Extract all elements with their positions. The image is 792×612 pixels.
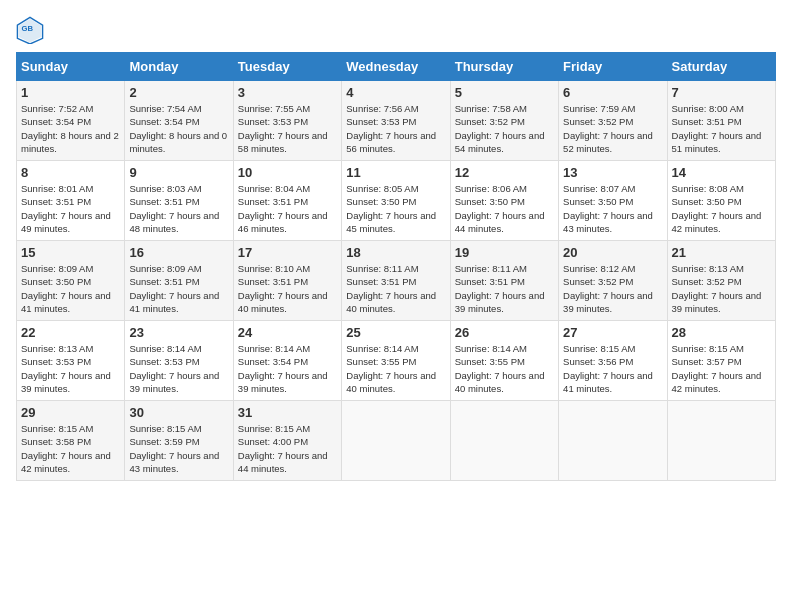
day-info: Sunrise: 8:08 AMSunset: 3:50 PMDaylight:…: [672, 182, 771, 235]
page-header: GB: [16, 16, 776, 44]
day-cell: 3 Sunrise: 7:55 AMSunset: 3:53 PMDayligh…: [233, 81, 341, 161]
day-info: Sunrise: 7:52 AMSunset: 3:54 PMDaylight:…: [21, 102, 120, 155]
day-number: 28: [672, 325, 771, 340]
day-cell: [667, 401, 775, 481]
logo: GB: [16, 16, 48, 44]
day-info: Sunrise: 8:04 AMSunset: 3:51 PMDaylight:…: [238, 182, 337, 235]
day-info: Sunrise: 8:15 AMSunset: 3:56 PMDaylight:…: [563, 342, 662, 395]
day-number: 30: [129, 405, 228, 420]
day-cell: 9 Sunrise: 8:03 AMSunset: 3:51 PMDayligh…: [125, 161, 233, 241]
day-cell: 22 Sunrise: 8:13 AMSunset: 3:53 PMDaylig…: [17, 321, 125, 401]
day-info: Sunrise: 8:15 AMSunset: 3:58 PMDaylight:…: [21, 422, 120, 475]
header-tuesday: Tuesday: [233, 53, 341, 81]
day-number: 25: [346, 325, 445, 340]
calendar-header: SundayMondayTuesdayWednesdayThursdayFrid…: [17, 53, 776, 81]
day-number: 17: [238, 245, 337, 260]
day-cell: 17 Sunrise: 8:10 AMSunset: 3:51 PMDaylig…: [233, 241, 341, 321]
header-row: SundayMondayTuesdayWednesdayThursdayFrid…: [17, 53, 776, 81]
day-info: Sunrise: 8:06 AMSunset: 3:50 PMDaylight:…: [455, 182, 554, 235]
day-cell: 29 Sunrise: 8:15 AMSunset: 3:58 PMDaylig…: [17, 401, 125, 481]
day-info: Sunrise: 7:58 AMSunset: 3:52 PMDaylight:…: [455, 102, 554, 155]
day-number: 8: [21, 165, 120, 180]
day-info: Sunrise: 8:09 AMSunset: 3:50 PMDaylight:…: [21, 262, 120, 315]
day-info: Sunrise: 8:15 AMSunset: 3:57 PMDaylight:…: [672, 342, 771, 395]
day-number: 14: [672, 165, 771, 180]
day-info: Sunrise: 8:07 AMSunset: 3:50 PMDaylight:…: [563, 182, 662, 235]
day-number: 10: [238, 165, 337, 180]
day-number: 6: [563, 85, 662, 100]
day-cell: 15 Sunrise: 8:09 AMSunset: 3:50 PMDaylig…: [17, 241, 125, 321]
day-cell: 4 Sunrise: 7:56 AMSunset: 3:53 PMDayligh…: [342, 81, 450, 161]
day-cell: 14 Sunrise: 8:08 AMSunset: 3:50 PMDaylig…: [667, 161, 775, 241]
week-row-5: 29 Sunrise: 8:15 AMSunset: 3:58 PMDaylig…: [17, 401, 776, 481]
day-cell: 27 Sunrise: 8:15 AMSunset: 3:56 PMDaylig…: [559, 321, 667, 401]
day-number: 15: [21, 245, 120, 260]
day-info: Sunrise: 8:11 AMSunset: 3:51 PMDaylight:…: [455, 262, 554, 315]
day-number: 19: [455, 245, 554, 260]
day-info: Sunrise: 8:05 AMSunset: 3:50 PMDaylight:…: [346, 182, 445, 235]
day-cell: [559, 401, 667, 481]
day-info: Sunrise: 7:55 AMSunset: 3:53 PMDaylight:…: [238, 102, 337, 155]
calendar-body: 1 Sunrise: 7:52 AMSunset: 3:54 PMDayligh…: [17, 81, 776, 481]
day-cell: 16 Sunrise: 8:09 AMSunset: 3:51 PMDaylig…: [125, 241, 233, 321]
day-number: 31: [238, 405, 337, 420]
day-info: Sunrise: 8:13 AMSunset: 3:53 PMDaylight:…: [21, 342, 120, 395]
day-info: Sunrise: 8:01 AMSunset: 3:51 PMDaylight:…: [21, 182, 120, 235]
day-cell: 6 Sunrise: 7:59 AMSunset: 3:52 PMDayligh…: [559, 81, 667, 161]
day-info: Sunrise: 8:15 AMSunset: 4:00 PMDaylight:…: [238, 422, 337, 475]
day-cell: 18 Sunrise: 8:11 AMSunset: 3:51 PMDaylig…: [342, 241, 450, 321]
day-cell: 13 Sunrise: 8:07 AMSunset: 3:50 PMDaylig…: [559, 161, 667, 241]
day-cell: 30 Sunrise: 8:15 AMSunset: 3:59 PMDaylig…: [125, 401, 233, 481]
header-saturday: Saturday: [667, 53, 775, 81]
day-info: Sunrise: 8:14 AMSunset: 3:55 PMDaylight:…: [346, 342, 445, 395]
day-info: Sunrise: 8:14 AMSunset: 3:54 PMDaylight:…: [238, 342, 337, 395]
week-row-1: 1 Sunrise: 7:52 AMSunset: 3:54 PMDayligh…: [17, 81, 776, 161]
day-cell: 23 Sunrise: 8:14 AMSunset: 3:53 PMDaylig…: [125, 321, 233, 401]
day-info: Sunrise: 8:15 AMSunset: 3:59 PMDaylight:…: [129, 422, 228, 475]
day-info: Sunrise: 8:00 AMSunset: 3:51 PMDaylight:…: [672, 102, 771, 155]
day-number: 26: [455, 325, 554, 340]
svg-text:GB: GB: [22, 24, 34, 33]
day-cell: 19 Sunrise: 8:11 AMSunset: 3:51 PMDaylig…: [450, 241, 558, 321]
week-row-2: 8 Sunrise: 8:01 AMSunset: 3:51 PMDayligh…: [17, 161, 776, 241]
day-number: 22: [21, 325, 120, 340]
day-number: 12: [455, 165, 554, 180]
day-cell: [450, 401, 558, 481]
day-cell: 25 Sunrise: 8:14 AMSunset: 3:55 PMDaylig…: [342, 321, 450, 401]
day-number: 18: [346, 245, 445, 260]
day-number: 20: [563, 245, 662, 260]
header-sunday: Sunday: [17, 53, 125, 81]
header-friday: Friday: [559, 53, 667, 81]
day-number: 1: [21, 85, 120, 100]
day-cell: 7 Sunrise: 8:00 AMSunset: 3:51 PMDayligh…: [667, 81, 775, 161]
header-thursday: Thursday: [450, 53, 558, 81]
day-cell: 12 Sunrise: 8:06 AMSunset: 3:50 PMDaylig…: [450, 161, 558, 241]
day-cell: 8 Sunrise: 8:01 AMSunset: 3:51 PMDayligh…: [17, 161, 125, 241]
week-row-4: 22 Sunrise: 8:13 AMSunset: 3:53 PMDaylig…: [17, 321, 776, 401]
day-cell: 20 Sunrise: 8:12 AMSunset: 3:52 PMDaylig…: [559, 241, 667, 321]
day-info: Sunrise: 8:12 AMSunset: 3:52 PMDaylight:…: [563, 262, 662, 315]
day-cell: 2 Sunrise: 7:54 AMSunset: 3:54 PMDayligh…: [125, 81, 233, 161]
day-number: 16: [129, 245, 228, 260]
day-number: 5: [455, 85, 554, 100]
calendar-table: SundayMondayTuesdayWednesdayThursdayFrid…: [16, 52, 776, 481]
header-monday: Monday: [125, 53, 233, 81]
day-number: 29: [21, 405, 120, 420]
day-number: 4: [346, 85, 445, 100]
day-number: 2: [129, 85, 228, 100]
day-number: 9: [129, 165, 228, 180]
day-number: 13: [563, 165, 662, 180]
day-number: 11: [346, 165, 445, 180]
day-cell: 1 Sunrise: 7:52 AMSunset: 3:54 PMDayligh…: [17, 81, 125, 161]
day-cell: 10 Sunrise: 8:04 AMSunset: 3:51 PMDaylig…: [233, 161, 341, 241]
header-wednesday: Wednesday: [342, 53, 450, 81]
day-cell: 31 Sunrise: 8:15 AMSunset: 4:00 PMDaylig…: [233, 401, 341, 481]
day-number: 7: [672, 85, 771, 100]
logo-icon: GB: [16, 16, 44, 44]
day-number: 27: [563, 325, 662, 340]
day-number: 24: [238, 325, 337, 340]
day-cell: 5 Sunrise: 7:58 AMSunset: 3:52 PMDayligh…: [450, 81, 558, 161]
day-cell: [342, 401, 450, 481]
day-info: Sunrise: 8:14 AMSunset: 3:55 PMDaylight:…: [455, 342, 554, 395]
day-info: Sunrise: 8:10 AMSunset: 3:51 PMDaylight:…: [238, 262, 337, 315]
